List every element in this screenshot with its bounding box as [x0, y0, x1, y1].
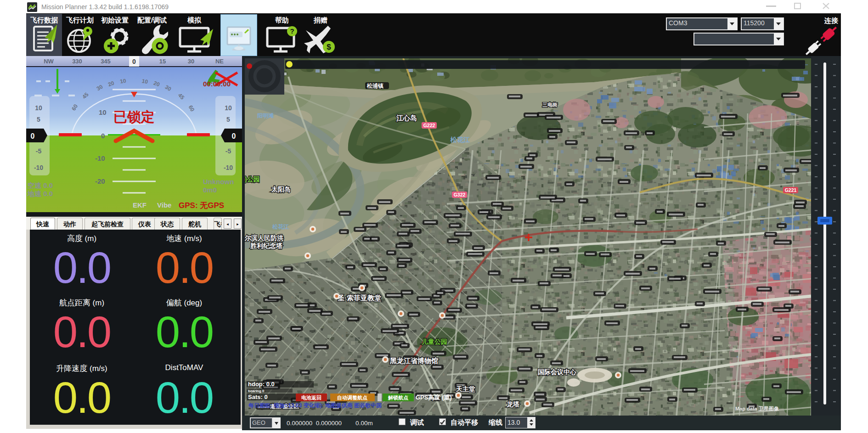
svg-text:每日图租: 缩放=13.03 变化缩): 地图提供商 图谷歌: 每日图租: 缩放=13.03 变化缩): 地图提供商 图谷歌中国 — [248, 402, 382, 409]
svg-text:-5: -5 — [225, 147, 231, 155]
svg-text:)公园: )公园 — [245, 175, 260, 183]
svg-text:空速 0.0: 空速 0.0 — [28, 181, 53, 189]
svg-text:0: 0 — [232, 132, 236, 140]
svg-text:30: 30 — [188, 58, 194, 65]
svg-text:$: $ — [327, 43, 331, 51]
svg-text:G222: G222 — [423, 123, 435, 128]
svg-text:太阳岛: 太阳岛 — [271, 186, 291, 193]
svg-text:330: 330 — [72, 58, 82, 65]
svg-text:10: 10 — [119, 78, 127, 85]
svg-text:10: 10 — [225, 104, 232, 112]
svg-text:?: ? — [290, 27, 294, 35]
svg-text:松浦镇: 松浦镇 — [366, 83, 383, 89]
svg-text:黑龙江省博物馆: 黑龙江省博物馆 — [389, 357, 438, 365]
svg-text:儿童公园: 儿童公园 — [421, 338, 447, 345]
svg-text:bearing 0: bearing 0 — [248, 389, 265, 393]
svg-text:天主堂: 天主堂 — [456, 385, 475, 393]
svg-text:345: 345 — [101, 58, 111, 65]
svg-text:-10: -10 — [95, 154, 105, 162]
svg-text:0: 0 — [101, 132, 105, 140]
svg-text:解锁航点: 解锁航点 — [388, 395, 408, 400]
svg-text:电池返回: 电池返回 — [301, 395, 321, 400]
svg-text:Sats: 0: Sats: 0 — [248, 394, 268, 400]
svg-text:5: 5 — [37, 116, 40, 123]
svg-text:松花江: 松花江 — [272, 224, 289, 230]
svg-text:-5: -5 — [36, 147, 42, 155]
svg-text:江心岛: 江心岛 — [396, 114, 417, 122]
svg-text:已锁定: 已锁定 — [113, 109, 155, 124]
svg-text:hdop: 0.0: hdop: 0.0 — [248, 381, 275, 388]
svg-text:00:00:00: 00:00:00 — [203, 80, 231, 88]
svg-text:圣·索菲亚教堂: 圣·索菲亚教堂 — [337, 294, 381, 302]
svg-text:-10: -10 — [224, 164, 233, 171]
svg-text:0: 0 — [132, 58, 136, 65]
svg-text:阳明滩: 阳明滩 — [257, 112, 274, 119]
svg-text:10: 10 — [99, 108, 107, 116]
svg-text:10: 10 — [35, 104, 42, 112]
svg-text:松花江: 松花江 — [450, 136, 470, 143]
svg-text:NE: NE — [215, 58, 224, 65]
svg-text:国际会议中心: 国际会议中心 — [538, 368, 577, 376]
svg-text:15: 15 — [159, 58, 166, 65]
svg-text:0: 0 — [31, 132, 35, 140]
svg-text:G322: G322 — [454, 192, 466, 197]
svg-text:5: 5 — [226, 116, 230, 123]
svg-text:地速 0.0: 地速 0.0 — [27, 190, 53, 197]
svg-text:-20: -20 — [95, 177, 105, 185]
svg-text:GPS: 无GPS: GPS: 无GPS — [179, 201, 224, 210]
svg-text:胜利纪念塔: 胜利纪念塔 — [250, 242, 283, 249]
svg-text:龙塔: 龙塔 — [506, 400, 520, 408]
svg-text:0m0: 0m0 — [203, 186, 217, 194]
svg-text:NW: NW — [44, 58, 54, 65]
svg-text:三电街: 三电街 — [542, 102, 558, 107]
svg-text:尔滨人民防洪: 尔滨人民防洪 — [245, 234, 284, 242]
svg-text:Unknown: Unknown — [203, 178, 234, 186]
svg-text:Vibe: Vibe — [157, 201, 171, 209]
svg-text:-10: -10 — [34, 164, 43, 171]
svg-text:自动调整航点: 自动调整航点 — [337, 395, 367, 400]
svg-text:G221: G221 — [785, 187, 797, 193]
svg-text:10: 10 — [141, 78, 149, 85]
svg-text:GPS高度 (重): GPS高度 (重) — [416, 394, 452, 401]
svg-text:EKF: EKF — [133, 201, 147, 209]
svg-text:Map data 卫星图像: Map data 卫星图像 — [735, 406, 779, 411]
